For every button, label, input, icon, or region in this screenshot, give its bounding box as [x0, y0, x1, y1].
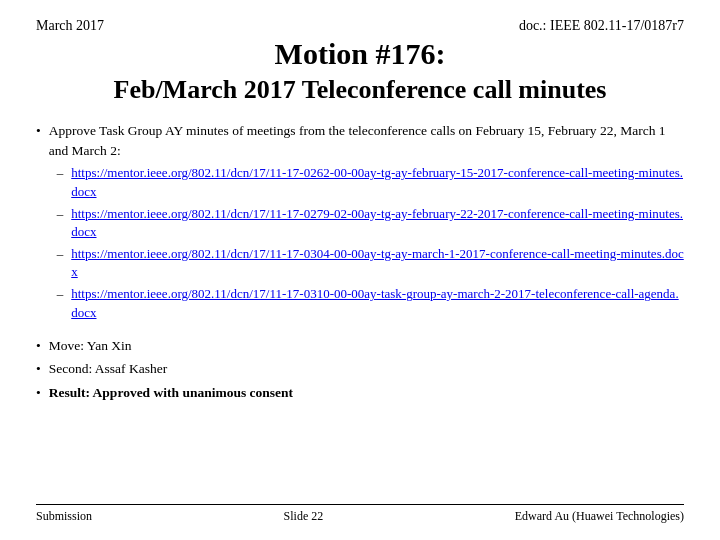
links-list: – https://mentor.ieee.org/802.11/dcn/17/… [57, 164, 684, 322]
result-text: Result: Approved with unanimous consent [49, 383, 293, 403]
slide: March 2017 doc.: IEEE 802.11-17/0187r7 M… [0, 0, 720, 540]
top-meta: March 2017 doc.: IEEE 802.11-17/0187r7 [36, 18, 684, 34]
link-4[interactable]: https://mentor.ieee.org/802.11/dcn/17/11… [71, 285, 684, 321]
move-value: Yan Xin [84, 338, 132, 353]
second-text: Second: Assaf Kasher [49, 359, 167, 379]
move-label: Move: [49, 338, 84, 353]
dash-3: – [57, 245, 64, 263]
bullet-dot-move: • [36, 336, 41, 356]
footer-left: Submission [36, 509, 92, 524]
link-1[interactable]: https://mentor.ieee.org/802.11/dcn/17/11… [71, 164, 684, 200]
bullet-move: • Move: Yan Xin [36, 336, 684, 356]
sub-title: Feb/March 2017 Teleconference call minut… [36, 74, 684, 105]
footer-center: Slide 22 [284, 509, 324, 524]
link-2[interactable]: https://mentor.ieee.org/802.11/dcn/17/11… [71, 205, 684, 241]
second-value: Assaf Kasher [92, 361, 167, 376]
footer-right: Edward Au (Huawei Technologies) [515, 509, 684, 524]
dash-1: – [57, 164, 64, 182]
bullet-dot-second: • [36, 359, 41, 379]
doc-id: doc.: IEEE 802.11-17/0187r7 [519, 18, 684, 34]
move-text: Move: Yan Xin [49, 336, 132, 356]
list-item: – https://mentor.ieee.org/802.11/dcn/17/… [57, 285, 684, 321]
footer: Submission Slide 22 Edward Au (Huawei Te… [36, 504, 684, 524]
list-item: – https://mentor.ieee.org/802.11/dcn/17/… [57, 245, 684, 281]
list-item: – https://mentor.ieee.org/802.11/dcn/17/… [57, 164, 684, 200]
content-area: • Approve Task Group AY minutes of meeti… [36, 121, 684, 504]
bullet-dot-1: • [36, 121, 41, 141]
link-3[interactable]: https://mentor.ieee.org/802.11/dcn/17/11… [71, 245, 684, 281]
slide-date: March 2017 [36, 18, 104, 34]
dash-2: – [57, 205, 64, 223]
bottom-bullets: • Move: Yan Xin • Second: Assaf Kasher •… [36, 336, 684, 403]
result-label: Result: [49, 385, 90, 400]
result-value: Approved with unanimous consent [90, 385, 293, 400]
bullet-second: • Second: Assaf Kasher [36, 359, 684, 379]
list-item: – https://mentor.ieee.org/802.11/dcn/17/… [57, 205, 684, 241]
bullet-dot-result: • [36, 383, 41, 403]
main-title: Motion #176: [36, 36, 684, 72]
bullet-approve: • Approve Task Group AY minutes of meeti… [36, 121, 684, 326]
bullet-approve-text: Approve Task Group AY minutes of meeting… [49, 123, 666, 158]
bullet-result: • Result: Approved with unanimous consen… [36, 383, 684, 403]
dash-4: – [57, 285, 64, 303]
second-label: Second: [49, 361, 93, 376]
